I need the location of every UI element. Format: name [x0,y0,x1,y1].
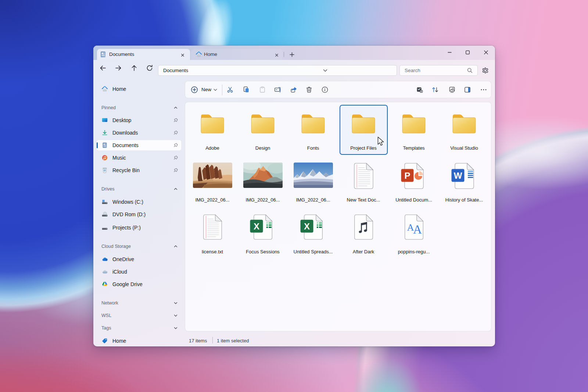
svg-text:W: W [453,171,462,181]
svg-text:A: A [413,223,422,236]
svg-text:P: P [404,171,410,181]
svg-text:X: X [304,221,310,231]
svg-text:X: X [254,221,259,231]
